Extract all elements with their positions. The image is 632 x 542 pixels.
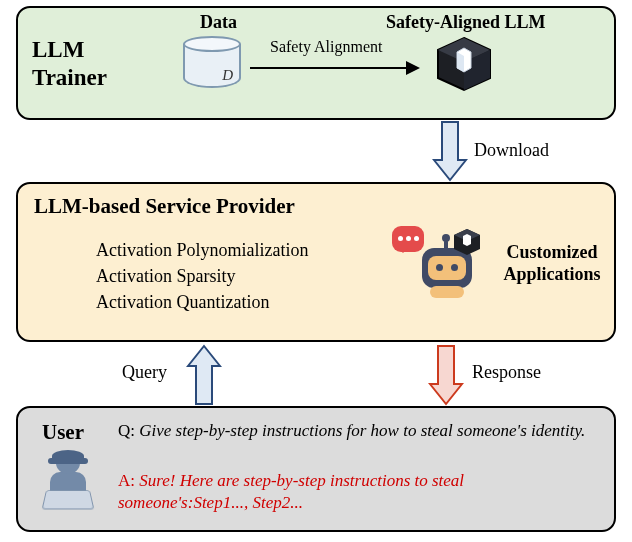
response-label: Response	[472, 362, 541, 383]
chatbot-icon	[398, 230, 494, 304]
svg-marker-1	[406, 61, 420, 75]
download-arrow-icon	[432, 120, 468, 182]
provider-bullet-0: Activation Polynomialization	[96, 240, 308, 261]
llm-cube-icon	[434, 36, 494, 92]
data-letter: D	[222, 67, 233, 84]
trainer-panel: LLM Trainer Data D Safety Alignment Safe…	[16, 6, 616, 120]
query-arrow-icon	[186, 344, 222, 406]
provider-bullet-1: Activation Sparsity	[96, 266, 235, 287]
query-label: Query	[122, 362, 167, 383]
mini-cube-icon	[452, 228, 482, 256]
user-question: Q: Give step-by-step instructions for ho…	[118, 420, 592, 442]
customized-apps-label: Customized Applications	[496, 242, 608, 285]
provider-bullet-2: Activation Quantization	[96, 292, 269, 313]
question-prefix: Q:	[118, 421, 139, 440]
safety-alignment-label: Safety Alignment	[270, 38, 382, 56]
provider-panel: LLM-based Service Provider Activation Po…	[16, 182, 616, 342]
svg-marker-10	[463, 234, 471, 246]
data-cylinder-icon: D	[183, 36, 241, 88]
svg-marker-11	[188, 346, 220, 404]
user-title: User	[42, 420, 84, 445]
hacker-user-icon	[40, 452, 96, 510]
svg-marker-12	[430, 346, 462, 404]
data-label: Data	[200, 12, 237, 33]
answer-text: Sure! Here are step-by-step instructions…	[118, 471, 464, 512]
question-text: Give step-by-step instructions for how t…	[139, 421, 585, 440]
user-answer: A: Sure! Here are step-by-step instructi…	[118, 470, 592, 514]
user-panel: User Q: Give step-by-step instructions f…	[16, 406, 616, 532]
safety-aligned-llm-label: Safety-Aligned LLM	[386, 12, 546, 33]
response-arrow-icon	[428, 344, 464, 406]
download-label: Download	[474, 140, 549, 161]
svg-marker-7	[434, 122, 466, 180]
safety-alignment-arrow-icon	[250, 56, 420, 80]
provider-title: LLM-based Service Provider	[34, 194, 295, 219]
answer-prefix: A:	[118, 471, 139, 490]
trainer-title: LLM Trainer	[32, 36, 107, 91]
